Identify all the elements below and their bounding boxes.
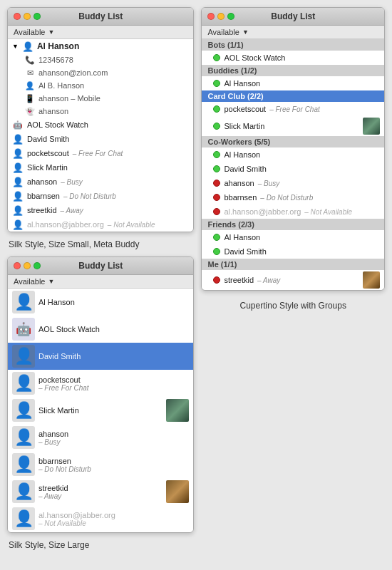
pocket-status-lg: – Free For Chat — [38, 384, 89, 392]
small-status-bar[interactable]: Available ▼ — [8, 26, 193, 39]
large-status-arrow: ▼ — [48, 278, 54, 285]
cup-ahanson-cw-name: ahanson — [224, 179, 254, 187]
small-buddy-ahanson[interactable]: 👤 ahanson – Busy — [8, 175, 193, 189]
traffic-lights-small — [14, 13, 41, 20]
slick-avatar-lg — [166, 399, 189, 422]
group-bots[interactable]: Bots (1/1) — [202, 39, 384, 51]
small-buddy-bbarnsen[interactable]: 👤 bbarnsen – Do Not Disturb — [8, 189, 193, 203]
group-coworkers[interactable]: Co-Workers (5/5) — [202, 136, 384, 147]
large-buddy-pocket-lg[interactable]: 👤 pocketscout – Free For Chat — [8, 370, 193, 397]
large-status-bar[interactable]: Available ▼ — [8, 275, 193, 289]
aol-icon: 🤖 — [12, 119, 24, 130]
cup-al-fr-name: Al Hanson — [224, 233, 260, 242]
streetkid-status-s: – Away — [61, 207, 83, 214]
al-name-lg: Al Hanson — [38, 298, 75, 306]
streetkid-name-lg: streetkid — [38, 484, 68, 492]
cupertino-buddy-window: Buddy List Available ▼ Bots (1/1) AOL St… — [201, 7, 385, 291]
zoom-button[interactable] — [33, 13, 41, 20]
jabber-status-lg: – Not Available — [38, 519, 115, 527]
pocketscout-name-s: pocketscout — [27, 149, 69, 157]
small-buddy-window: Buddy List Available ▼ ▼ 👤 Al Hanson 📞 1… — [7, 7, 194, 232]
sub-ghost: 👻 ahanson — [8, 105, 193, 118]
traffic-lights-cupertino — [207, 13, 234, 20]
zoom-button-cup[interactable] — [227, 13, 234, 20]
ahanson-status-s: – Busy — [61, 178, 83, 186]
david-name-lg: David Smith — [38, 352, 81, 361]
small-titlebar: Buddy List — [8, 8, 193, 26]
jabber-status-s: – Not Available — [108, 221, 155, 229]
minimize-button[interactable] — [24, 13, 31, 20]
group-me[interactable]: Me (1/1) — [202, 259, 384, 270]
small-buddy-streetkid[interactable]: 👤 streetkid – Away — [8, 203, 193, 217]
large-buddy-david-lg[interactable]: 👤 David Smith — [8, 343, 193, 370]
large-buddy-streetkid-lg[interactable]: 👤 streetkid – Away — [8, 478, 193, 505]
bbarnsen-cw-dot — [213, 194, 220, 201]
cup-al-cw[interactable]: Al Hanson — [202, 147, 384, 162]
cup-jabber-cw[interactable]: al.hanson@jabber.org – Not Available — [202, 204, 384, 219]
small-buddy-aol[interactable]: 🤖 AOL Stock Watch — [8, 118, 193, 132]
cup-david-cw-name: David Smith — [224, 165, 266, 173]
small-buddy-slick[interactable]: 👤 Slick Martin — [8, 160, 193, 175]
al-cw-dot — [213, 151, 220, 158]
david-name-s: David Smith — [27, 135, 69, 143]
al-hanson-name: Al Hanson — [37, 41, 79, 51]
minimize-button-lg[interactable] — [24, 262, 31, 269]
jabber-icon-s: 👤 — [12, 219, 24, 230]
ahanson-name-s: ahanson — [27, 177, 57, 186]
zoom-button-lg[interactable] — [33, 262, 41, 269]
large-buddy-bbarnsen-lg[interactable]: 👤 bbarnsen – Do Not Disturb — [8, 451, 193, 478]
close-button-cup[interactable] — [207, 13, 215, 20]
group-coworkers-label: Co-Workers (5/5) — [207, 138, 270, 146]
cup-bbarnsen-cw[interactable]: bbarnsen – Do Not Disturb — [202, 190, 384, 204]
david-icon-lg: 👤 — [12, 345, 35, 368]
large-buddy-slick-lg[interactable]: 👤 Slick Martin — [8, 397, 193, 424]
aol-name-lg: AOL Stock Watch — [38, 325, 100, 333]
cup-streetkid-me-name: streetkid — [224, 276, 254, 284]
streetkid-icon-s: 👤 — [12, 204, 24, 216]
large-buddy-ahanson-lg[interactable]: 👤 ahanson – Busy — [8, 424, 193, 451]
cup-david-fr-name: David Smith — [224, 247, 266, 256]
sub-email: ✉ ahanson@zion.com — [8, 66, 193, 79]
streetkid-avatar-cup — [363, 271, 380, 289]
cup-streetkid-me[interactable]: streetkid – Away — [202, 270, 384, 290]
sub-phone: 📞 12345678 — [8, 53, 193, 66]
group-cardclub[interactable]: Card Club (2/2) — [202, 90, 384, 102]
small-buddy-jabber[interactable]: 👤 al.hanson@jabber.org – Not Available — [8, 217, 193, 232]
cup-aol[interactable]: AOL Stock Watch — [202, 51, 384, 65]
cupertino-status-bar[interactable]: Available ▼ — [202, 26, 384, 39]
sub-person: 👤 Al B. Hanson — [8, 79, 193, 92]
group-buddies[interactable]: Buddies (1/2) — [202, 65, 384, 76]
small-buddy-pocketscout[interactable]: 👤 pocketscout – Free For Chat — [8, 146, 193, 160]
group-friends-label: Friends (2/3) — [207, 220, 254, 229]
large-buddy-jabber-lg[interactable]: 👤 al.hanson@jabber.org – Not Available — [8, 505, 193, 532]
large-buddy-window: Buddy List Available ▼ 👤 Al Hanson 🤖 — [7, 256, 194, 533]
cup-slick[interactable]: Slick Martin — [202, 116, 384, 136]
streetkid-icon-lg: 👤 — [12, 480, 35, 503]
slick-icon-s: 👤 — [12, 162, 24, 173]
cup-david-fr[interactable]: David Smith — [202, 244, 384, 259]
cup-al[interactable]: Al Hanson — [202, 76, 384, 90]
david-icon-s: 👤 — [12, 133, 24, 145]
david-fr-dot — [213, 248, 220, 255]
ahanson-icon-s: 👤 — [12, 176, 24, 187]
close-button[interactable] — [14, 13, 21, 20]
large-buddy-al[interactable]: 👤 Al Hanson — [8, 289, 193, 316]
cup-pocketscout[interactable]: pocketscout – Free For Chat — [202, 102, 384, 116]
group-friends[interactable]: Friends (2/3) — [202, 219, 384, 230]
mobile-icon: 📱 — [25, 93, 35, 103]
cup-al-cw-name: Al Hanson — [224, 150, 260, 159]
cupertino-status-label: Available — [207, 28, 239, 36]
cup-david-cw[interactable]: David Smith — [202, 162, 384, 176]
minimize-button-cup[interactable] — [217, 13, 225, 20]
streetkid-name-s: streetkid — [27, 206, 57, 214]
cup-al-fr[interactable]: Al Hanson — [202, 230, 384, 244]
large-buddy-aol-lg[interactable]: 🤖 AOL Stock Watch — [8, 316, 193, 343]
ahanson-cw-dot — [213, 180, 220, 187]
small-expanded-group-header[interactable]: ▼ 👤 Al Hanson — [8, 39, 193, 53]
small-buddy-david[interactable]: 👤 David Smith — [8, 132, 193, 146]
cup-ahanson-cw[interactable]: ahanson – Busy — [202, 176, 384, 190]
close-button-lg[interactable] — [14, 262, 21, 269]
group-me-label: Me (1/1) — [207, 260, 237, 269]
pocket-icon-lg: 👤 — [12, 372, 35, 395]
aol-dot — [213, 54, 220, 61]
